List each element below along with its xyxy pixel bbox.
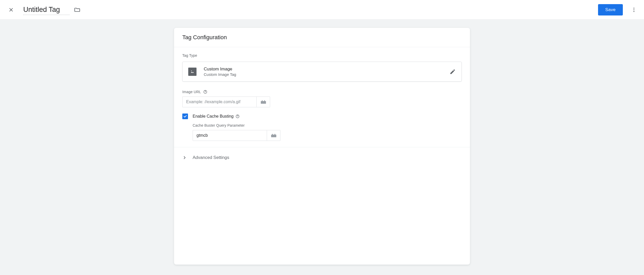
variable-brick-icon <box>271 133 277 138</box>
advanced-settings-toggle[interactable]: Advanced Settings <box>174 149 470 166</box>
tag-type-title: Custom Image <box>204 67 450 72</box>
image-url-help[interactable] <box>203 90 207 94</box>
tag-configuration-card: Tag Configuration Tag Type Custom Image … <box>174 28 470 265</box>
more-vert-icon <box>631 7 637 13</box>
cache-busting-help[interactable] <box>235 114 240 118</box>
svg-point-1 <box>633 9 634 10</box>
tag-type-label: Tag Type <box>182 53 462 58</box>
cache-buster-param-label: Cache Buster Query Parameter <box>193 123 462 127</box>
svg-point-3 <box>191 70 192 71</box>
svg-point-7 <box>238 117 238 117</box>
image-url-variable-button[interactable] <box>257 96 270 107</box>
enable-cache-busting-label: Enable Cache Busting <box>193 114 233 119</box>
folder-icon <box>74 6 81 13</box>
image-url-input[interactable] <box>182 96 257 107</box>
check-icon <box>183 114 187 118</box>
close-icon <box>8 7 14 13</box>
divider <box>174 147 470 147</box>
workspace: Tag Configuration Tag Type Custom Image … <box>0 20 644 275</box>
help-icon <box>203 90 207 94</box>
cache-busting-field: Enable Cache Busting Cache Buster Query … <box>182 114 462 141</box>
advanced-settings-label: Advanced Settings <box>193 155 229 160</box>
help-icon <box>235 114 240 118</box>
tag-type-subtitle: Custom Image Tag <box>204 72 450 77</box>
folder-button[interactable] <box>74 6 81 13</box>
svg-point-0 <box>633 7 634 9</box>
edit-tag-type-button[interactable] <box>450 69 456 75</box>
pencil-icon <box>450 69 456 75</box>
variable-brick-icon <box>260 100 266 104</box>
card-title: Tag Configuration <box>174 28 470 47</box>
save-button[interactable]: Save <box>598 4 623 15</box>
close-button[interactable] <box>6 5 16 15</box>
topbar: Save <box>0 0 644 20</box>
chevron-right-icon <box>182 155 187 160</box>
svg-point-5 <box>205 93 205 93</box>
cache-buster-param-input[interactable] <box>193 130 267 141</box>
svg-point-2 <box>633 11 634 12</box>
image-icon <box>188 68 197 76</box>
image-url-label: Image URL <box>182 90 201 94</box>
cache-buster-param-field: Cache Buster Query Parameter <box>193 123 462 141</box>
tag-name-input[interactable] <box>23 5 70 15</box>
image-url-field: Image URL <box>182 90 462 107</box>
cache-buster-variable-button[interactable] <box>267 130 280 141</box>
tag-type-text: Custom Image Custom Image Tag <box>204 67 450 77</box>
overflow-menu-button[interactable] <box>629 5 639 15</box>
tag-type-selector[interactable]: Custom Image Custom Image Tag <box>182 62 462 82</box>
enable-cache-busting-checkbox[interactable] <box>182 114 188 119</box>
